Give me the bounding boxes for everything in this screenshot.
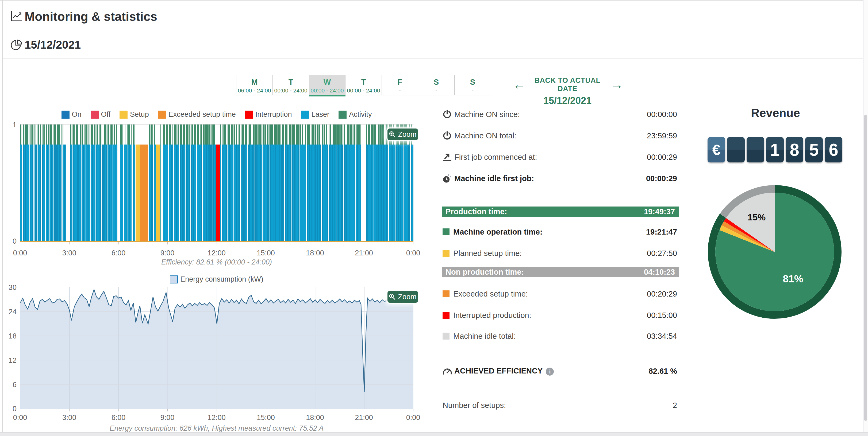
timeline-segment (379, 125, 379, 144)
vertical-scrollbar-thumb[interactable] (864, 115, 867, 421)
stat-value: 00:00:00 (647, 110, 677, 119)
timeline-segment (74, 125, 75, 144)
x-tick: 0:00 (13, 249, 27, 257)
machine-state-timeline-chart[interactable] (20, 124, 413, 242)
timeline-segment (221, 125, 222, 241)
stat-label: Number of setups: (442, 401, 673, 410)
timeline-segment (150, 125, 151, 144)
timeline-segment (79, 144, 79, 241)
timeline-segment (165, 144, 165, 241)
timeline-segment (254, 125, 255, 241)
job-start-icon (442, 152, 454, 162)
day-tab-thursday[interactable]: T00:00 - 24:00 (345, 75, 382, 95)
timeline-segment (342, 125, 343, 144)
timeline-segment (172, 125, 173, 144)
operation-swatch (442, 228, 450, 235)
timeline-segment (35, 125, 36, 144)
timeline-segment (262, 125, 262, 241)
timeline-segment (243, 144, 244, 241)
timeline-segment (47, 125, 48, 144)
day-tab-friday[interactable]: F- (381, 75, 418, 95)
on-swatch (62, 111, 69, 119)
production-time-header: Production time: 19:49:37 (442, 206, 679, 217)
timeline-segment (23, 144, 24, 241)
next-day-arrow[interactable]: → (611, 78, 623, 91)
top-border (0, 0, 868, 1)
off-swatch (91, 111, 99, 119)
timeline-segment (76, 144, 76, 241)
timeline-segment (268, 125, 268, 144)
timeline-segment (251, 144, 251, 241)
day-tab-wednesday[interactable]: W00:00 - 24:00 (309, 75, 345, 95)
timeline-segment (107, 125, 107, 241)
zoom-button-label: Zoom (398, 130, 416, 139)
day-tab-monday[interactable]: M06:00 - 24:00 (236, 75, 273, 95)
back-to-actual-date[interactable]: BACK TO ACTUAL DATE 15/12/2021 (527, 76, 608, 106)
stat-value: 19:49:37 (644, 207, 675, 216)
day-tab-sunday[interactable]: S- (454, 75, 491, 95)
timeline-segment (306, 125, 307, 241)
timeline-segment (230, 125, 231, 144)
timeline-segment (140, 144, 148, 241)
timeline-segment (24, 125, 25, 144)
day-letter: T (345, 78, 381, 87)
timeline-segment (266, 144, 266, 241)
day-tab-saturday[interactable]: S- (418, 75, 455, 95)
timeline-segment (381, 125, 382, 144)
horizontal-scrollbar-track[interactable] (0, 432, 868, 436)
timeline-segment (77, 144, 78, 241)
timeline-segment (302, 144, 302, 241)
stat-value: 04:10:23 (644, 268, 675, 276)
timeline-segment (61, 125, 61, 144)
timeline-segment (121, 144, 121, 241)
digit-tile: 1 (766, 137, 784, 162)
timeline-segment (292, 144, 293, 241)
timeline-segment (36, 125, 37, 144)
timeline-segment (85, 125, 85, 144)
timeline-segment (270, 125, 270, 241)
energy-consumption-chart[interactable] (20, 287, 413, 409)
legend-item-setup: Setup (120, 110, 149, 119)
legend-item-off: Off (91, 110, 111, 119)
timeline-segment (208, 125, 208, 241)
timeline-segment (361, 125, 366, 241)
timeline-segment (346, 144, 347, 241)
y-tick: 0 (6, 237, 17, 245)
info-icon[interactable]: i (546, 368, 554, 376)
timeline-segment (167, 144, 167, 241)
x-tickmark (217, 242, 217, 244)
timeline-zoom-button[interactable]: Zoom (388, 129, 418, 140)
energy-zoom-button[interactable]: Zoom (388, 291, 418, 303)
x-tick: 15:00 (257, 413, 275, 422)
stat-label: Interrupted production: (453, 311, 647, 320)
timeline-segment (109, 144, 110, 241)
stat-label: First job commenced at: (454, 153, 647, 162)
timeline-segment (191, 144, 192, 241)
timeline-segment (152, 125, 152, 144)
stat-value: 00:27:50 (647, 249, 677, 258)
timeline-segment (281, 125, 282, 144)
timeline-segment (64, 144, 65, 241)
timeline-segment (403, 125, 404, 241)
stat-value: 03:34:54 (647, 332, 677, 341)
timeline-segment (99, 144, 99, 241)
pie-slice-label: 15% (747, 212, 766, 223)
timeline-segment (216, 125, 220, 144)
energy-area-svg (20, 287, 413, 409)
previous-day-arrow[interactable]: ← (513, 78, 526, 91)
timeline-segment (264, 125, 265, 144)
timeline-segment (173, 125, 174, 241)
day-tab-tuesday[interactable]: T00:00 - 24:00 (273, 75, 309, 95)
timeline-segment (60, 144, 61, 241)
magnifier-plus-icon (389, 131, 396, 138)
timeline-segment (128, 125, 128, 241)
timeline-segment (123, 125, 124, 241)
timeline-segment (252, 125, 253, 144)
timeline-segment (277, 125, 277, 241)
timeline-segment (135, 125, 135, 241)
timeline-segment (334, 144, 335, 241)
timeline-segment (309, 144, 310, 241)
magnifier-plus-icon (389, 293, 396, 300)
timeline-segment (341, 144, 342, 241)
timeline-segment (232, 144, 232, 241)
